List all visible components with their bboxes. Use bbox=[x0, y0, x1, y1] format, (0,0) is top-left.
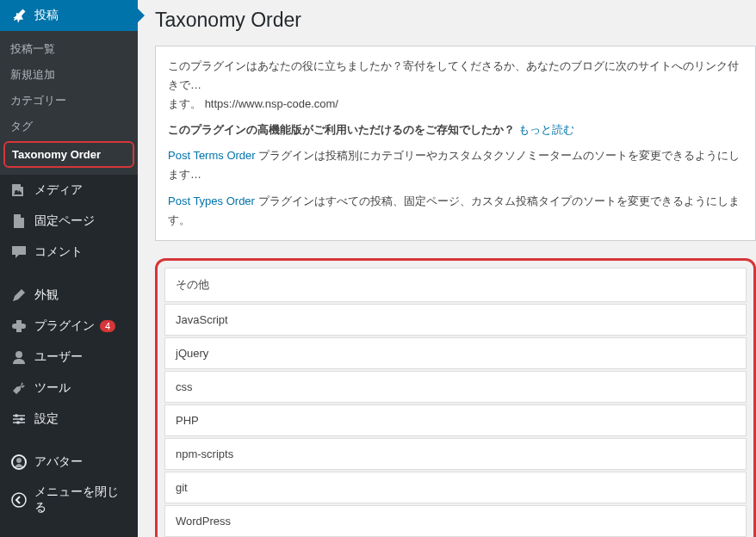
svg-point-1 bbox=[15, 351, 22, 358]
sidebar-item-tools[interactable]: ツール bbox=[0, 373, 138, 404]
sortable-item[interactable]: WordPress bbox=[164, 505, 747, 537]
user-icon bbox=[10, 349, 28, 366]
svg-point-9 bbox=[16, 458, 22, 463]
sidebar-item-avatar[interactable]: アバター bbox=[0, 447, 138, 478]
appearance-icon bbox=[10, 287, 28, 304]
avatar-icon bbox=[10, 454, 28, 471]
sidebar-item-comments[interactable]: コメント bbox=[0, 237, 138, 268]
sortable-item[interactable]: その他 bbox=[164, 268, 747, 302]
sidebar-item-appearance[interactable]: 外観 bbox=[0, 280, 138, 311]
tool-icon bbox=[10, 380, 28, 397]
collapse-icon bbox=[10, 491, 28, 509]
sidebar-item-label: プラグイン bbox=[34, 318, 95, 334]
submenu-item-taxonomy-order[interactable]: Taxonomy Order bbox=[3, 141, 134, 168]
svg-point-6 bbox=[20, 417, 23, 421]
sortable-item[interactable]: JavaScript bbox=[164, 304, 747, 336]
post-types-text: Post Types Order プラグインはすべての投稿、固定ページ、カスタム… bbox=[168, 192, 743, 230]
sidebar-item-collapse[interactable]: メニューを閉じる bbox=[0, 478, 138, 522]
sortable-item[interactable]: css bbox=[164, 371, 747, 403]
sidebar-item-label: ツール bbox=[34, 380, 71, 396]
plugin-info-box: このプラグインはあなたの役に立ちましたか？寄付をしてくださるか、あなたのブログに… bbox=[155, 46, 756, 241]
sidebar-item-posts[interactable]: 投稿 bbox=[0, 0, 138, 31]
sidebar-item-label: 外観 bbox=[34, 287, 59, 303]
sidebar-item-label: メニューを閉じる bbox=[34, 485, 127, 515]
sidebar-item-label: ユーザー bbox=[34, 349, 83, 365]
post-terms-text: Post Terms Order プラグインは投稿別にカテゴリーやカスタムタクソ… bbox=[168, 146, 743, 184]
submenu-item-all-posts[interactable]: 投稿一覧 bbox=[0, 36, 138, 62]
page-title: Taxonomy Order bbox=[155, 9, 756, 32]
donation-url: https://www.nsp-code.com/ bbox=[205, 97, 338, 110]
post-terms-order-link[interactable]: Post Terms Order bbox=[168, 149, 256, 162]
submenu-item-tags[interactable]: タグ bbox=[0, 114, 138, 139]
sidebar-item-label: 設定 bbox=[34, 411, 59, 427]
sidebar-item-settings[interactable]: 設定 bbox=[0, 404, 138, 435]
read-more-link[interactable]: もっと読む bbox=[518, 123, 574, 136]
sortable-item[interactable]: npm-scripts bbox=[164, 438, 747, 470]
sortable-item[interactable]: jQuery bbox=[164, 337, 747, 369]
sortable-item[interactable]: PHP bbox=[164, 404, 747, 436]
sidebar-item-media[interactable]: メディア bbox=[0, 175, 138, 206]
sidebar-item-label: 投稿 bbox=[34, 8, 59, 23]
plugin-icon bbox=[10, 318, 28, 335]
svg-point-10 bbox=[12, 493, 26, 507]
sidebar-item-plugins[interactable]: プラグイン 4 bbox=[0, 311, 138, 342]
sidebar-item-pages[interactable]: 固定ページ bbox=[0, 206, 138, 237]
pin-icon bbox=[10, 7, 28, 24]
donation-text: このプラグインはあなたの役に立ちましたか？寄付をしてくださるか、あなたのブログに… bbox=[168, 57, 743, 114]
sortable-item[interactable]: git bbox=[164, 472, 747, 503]
media-icon bbox=[10, 182, 28, 199]
plugin-update-badge: 4 bbox=[100, 320, 115, 332]
sidebar-item-label: 固定ページ bbox=[34, 213, 95, 229]
sidebar-item-users[interactable]: ユーザー bbox=[0, 342, 138, 373]
page-icon bbox=[10, 213, 28, 230]
sidebar-item-label: メディア bbox=[34, 182, 83, 198]
submenu-item-add-new[interactable]: 新規追加 bbox=[0, 62, 138, 88]
submenu-item-categories[interactable]: カテゴリー bbox=[0, 88, 138, 114]
sidebar-item-label: コメント bbox=[34, 244, 83, 260]
admin-sidebar: 投稿 投稿一覧 新規追加 カテゴリー タグ Taxonomy Order メディ… bbox=[0, 0, 138, 537]
sidebar-submenu: 投稿一覧 新規追加 カテゴリー タグ Taxonomy Order bbox=[0, 31, 138, 175]
sortable-list-highlight: その他 JavaScript jQuery css PHP npm-script… bbox=[155, 258, 756, 537]
taxonomy-sortable-list: その他 JavaScript jQuery css PHP npm-script… bbox=[164, 268, 747, 537]
sidebar-item-label: アバター bbox=[34, 454, 83, 470]
svg-point-7 bbox=[16, 421, 20, 424]
main-content: Taxonomy Order このプラグインはあなたの役に立ちましたか？寄付をし… bbox=[138, 0, 756, 537]
premium-text: このプラグインの高機能版がご利用いただけるのをご存知でしたか？ もっと読む bbox=[168, 120, 743, 139]
settings-icon bbox=[10, 410, 28, 428]
comment-icon bbox=[10, 244, 28, 261]
svg-point-5 bbox=[15, 414, 18, 417]
post-types-order-link[interactable]: Post Types Order bbox=[168, 194, 255, 207]
